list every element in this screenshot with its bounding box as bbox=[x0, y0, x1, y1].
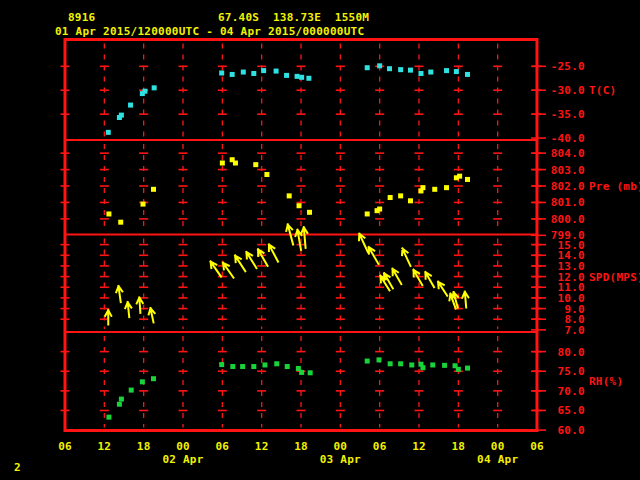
wind_speed-wind-arrow bbox=[235, 256, 245, 272]
date-label: 04 Apr bbox=[477, 453, 518, 466]
temperature-point bbox=[274, 69, 279, 74]
temperature-point bbox=[284, 73, 289, 78]
wind_speed-wind-arrow bbox=[384, 273, 393, 288]
pressure-point bbox=[377, 207, 382, 212]
ytick-label: 60.0 bbox=[558, 424, 586, 437]
humidity-point bbox=[140, 379, 145, 384]
wind_speed-wind-arrow bbox=[392, 269, 401, 284]
pressure-point bbox=[307, 210, 312, 215]
humidity-point bbox=[398, 361, 403, 366]
ytick-label: -25.0 bbox=[551, 60, 585, 73]
humidity-point bbox=[430, 362, 435, 367]
wind_speed-wind-arrow bbox=[425, 272, 434, 287]
ytick-label: 7.0 bbox=[564, 324, 585, 337]
panel-unit-label: RH(%) bbox=[589, 375, 623, 388]
temperature-point bbox=[251, 71, 256, 76]
temperature-point bbox=[377, 63, 382, 68]
pressure-point bbox=[233, 161, 238, 166]
plot-window: 8916 67.40S 138.73E 1550M 01 Apr 2015/12… bbox=[0, 0, 640, 480]
humidity-point bbox=[365, 359, 370, 364]
temperature-point bbox=[219, 71, 224, 76]
humidity-point bbox=[409, 362, 414, 367]
panel-unit-label: SPD(MPS) bbox=[589, 271, 640, 284]
xtick-label: 18 bbox=[451, 440, 465, 453]
pressure-point bbox=[151, 187, 156, 192]
panel-unit-label: T(C) bbox=[589, 84, 617, 97]
temperature-point bbox=[230, 72, 235, 77]
humidity-point bbox=[442, 363, 447, 368]
temperature-point bbox=[387, 66, 392, 71]
xtick-label: 06 bbox=[58, 440, 72, 453]
pressure-point bbox=[220, 161, 225, 166]
pressure-point bbox=[118, 220, 123, 225]
ytick-label: 804.0 bbox=[551, 147, 585, 160]
temperature-point bbox=[295, 74, 300, 79]
ytick-label: 65.0 bbox=[558, 404, 586, 417]
panel-unit-label: Pre (mb) bbox=[589, 180, 640, 193]
humidity-point bbox=[106, 415, 111, 420]
temperature-point bbox=[465, 72, 470, 77]
temperature-point bbox=[299, 75, 304, 80]
wind_speed-wind-arrow bbox=[438, 282, 447, 296]
wind_speed-wind-arrow bbox=[211, 262, 221, 277]
ytick-label: 75.0 bbox=[558, 365, 586, 378]
xtick-label: 06 bbox=[530, 440, 544, 453]
xtick-label: 18 bbox=[294, 440, 308, 453]
wind_speed-wind-arrow bbox=[402, 249, 410, 266]
humidity-point bbox=[117, 402, 122, 407]
ytick-label: 801.0 bbox=[551, 196, 585, 209]
temperature-point bbox=[142, 89, 147, 94]
ytick-label: 70.0 bbox=[558, 385, 586, 398]
ytick-label: 803.0 bbox=[551, 164, 585, 177]
humidity-point bbox=[465, 366, 470, 371]
wind_speed-wind-arrow bbox=[223, 263, 233, 278]
pressure-point bbox=[264, 172, 269, 177]
wind_speed-wind-arrow bbox=[359, 234, 368, 252]
temperature-point bbox=[418, 71, 423, 76]
wind_speed-wind-arrow bbox=[105, 310, 111, 324]
pressure-point bbox=[457, 174, 462, 179]
ytick-label: 802.0 bbox=[551, 180, 585, 193]
wind_speed-wind-arrow bbox=[414, 270, 423, 285]
wind_speed-wind-arrow bbox=[125, 302, 131, 317]
xtick-label: 00 bbox=[176, 440, 190, 453]
ytick-label: -35.0 bbox=[551, 108, 585, 121]
xtick-label: 18 bbox=[137, 440, 151, 453]
temperature-point bbox=[398, 67, 403, 72]
humidity-point bbox=[240, 364, 245, 369]
pressure-point bbox=[420, 185, 425, 190]
date-label: 02 Apr bbox=[162, 453, 203, 466]
humidity-point bbox=[299, 370, 304, 375]
humidity-point bbox=[151, 376, 156, 381]
date-label: 03 Apr bbox=[320, 453, 361, 466]
temperature-point bbox=[241, 70, 246, 75]
humidity-point bbox=[274, 361, 279, 366]
ytick-label: -40.0 bbox=[551, 132, 585, 145]
xtick-label: 12 bbox=[255, 440, 269, 453]
xtick-label: 00 bbox=[333, 440, 347, 453]
humidity-point bbox=[230, 364, 235, 369]
humidity-point bbox=[219, 362, 224, 367]
pressure-point bbox=[465, 177, 470, 182]
xtick-label: 06 bbox=[373, 440, 387, 453]
humidity-point bbox=[129, 388, 134, 393]
pressure-point bbox=[365, 211, 370, 216]
wind_speed-wind-arrow bbox=[116, 286, 122, 302]
humidity-point bbox=[456, 367, 461, 372]
humidity-point bbox=[388, 361, 393, 366]
humidity-point bbox=[119, 397, 124, 402]
pressure-point bbox=[141, 202, 146, 207]
xtick-label: 12 bbox=[97, 440, 111, 453]
pressure-point bbox=[253, 162, 258, 167]
ytick-label: 800.0 bbox=[551, 213, 585, 226]
pressure-point bbox=[287, 193, 292, 198]
pressure-point bbox=[408, 198, 413, 203]
ytick-label: 80.0 bbox=[558, 346, 586, 359]
wind_speed-wind-arrow bbox=[137, 298, 143, 313]
temperature-point bbox=[408, 68, 413, 73]
xtick-label: 06 bbox=[215, 440, 229, 453]
ytick-label: -30.0 bbox=[551, 84, 585, 97]
wind_speed-wind-arrow bbox=[462, 292, 468, 308]
pressure-point bbox=[398, 193, 403, 198]
pressure-point bbox=[297, 203, 302, 208]
